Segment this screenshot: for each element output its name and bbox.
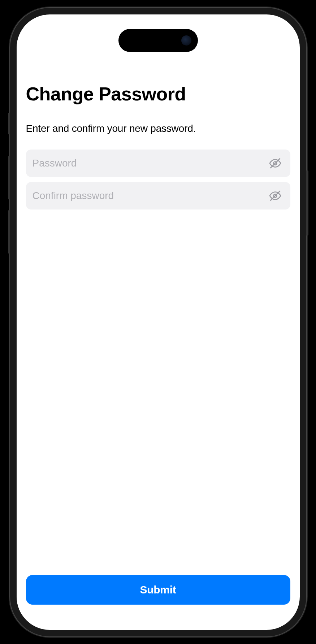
power-button — [306, 170, 308, 235]
password-input[interactable] — [33, 157, 267, 169]
toggle-confirm-password-visibility[interactable] — [267, 187, 284, 204]
dynamic-island — [118, 29, 198, 52]
content-area: Change Password Enter and confirm your n… — [17, 14, 300, 630]
toggle-password-visibility[interactable] — [267, 155, 284, 172]
eye-off-icon — [269, 157, 282, 170]
phone-frame: Change Password Enter and confirm your n… — [10, 8, 306, 636]
confirm-password-field-wrapper — [26, 182, 290, 209]
eye-off-icon — [269, 189, 282, 202]
screen: Change Password Enter and confirm your n… — [17, 14, 300, 630]
confirm-password-input[interactable] — [33, 190, 267, 202]
page-title: Change Password — [26, 83, 290, 105]
page-subtitle: Enter and confirm your new password. — [26, 123, 290, 134]
password-form — [26, 150, 290, 209]
spacer — [26, 209, 290, 575]
volume-up-button — [8, 156, 10, 199]
submit-button[interactable]: Submit — [26, 575, 290, 605]
password-field-wrapper — [26, 150, 290, 177]
volume-down-button — [8, 210, 10, 254]
silence-switch — [8, 113, 10, 134]
front-camera — [181, 35, 191, 46]
